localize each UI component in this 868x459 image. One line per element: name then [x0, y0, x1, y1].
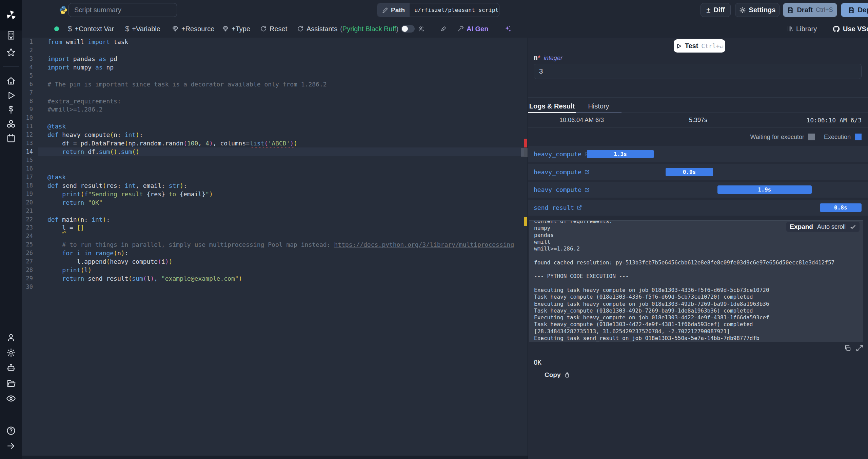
calendar-icon[interactable] — [6, 133, 16, 143]
code-line[interactable]: 2 — [22, 46, 524, 55]
arrow-right-icon[interactable] — [6, 441, 16, 451]
code-line[interactable]: 15 — [22, 156, 524, 164]
draft-button[interactable]: Draft Ctrl+S — [783, 3, 837, 17]
user-icon[interactable] — [6, 333, 16, 342]
code-line[interactable]: 18def send_result(res: int, email: str): — [22, 181, 524, 190]
library-button[interactable]: Library — [787, 20, 817, 38]
code-line[interactable]: 25 # to run things in parallel, simply u… — [22, 240, 524, 249]
code-line[interactable]: 26 for i in range(n): — [22, 249, 524, 257]
eye-icon[interactable] — [6, 394, 16, 403]
code-line[interactable]: 12def heavy_compute(n: int): — [22, 131, 524, 139]
resources-icon[interactable] — [6, 119, 16, 129]
code-text: print(f"Sending result {res} to {email}"… — [47, 190, 213, 198]
task-name: send_result — [534, 204, 574, 211]
duration-bar[interactable]: 1.3s — [587, 150, 653, 158]
line-number: 23 — [22, 223, 33, 232]
code-text: for i in range(n): — [47, 249, 128, 257]
ai-gen-button[interactable]: AI Gen — [457, 20, 488, 38]
task-link[interactable]: send_result — [534, 200, 582, 216]
add-variable-button[interactable]: $ +Variable — [125, 20, 160, 38]
play-icon — [676, 43, 682, 49]
settings-button[interactable]: Settings — [735, 3, 780, 17]
argument-n-input[interactable] — [534, 64, 862, 79]
deploy-button[interactable]: Deploy — [841, 3, 868, 17]
windmill-logo[interactable] — [0, 0, 22, 31]
buildings-icon[interactable] — [6, 31, 16, 40]
refresh-icon — [260, 25, 267, 32]
code-line[interactable]: 5 — [22, 72, 524, 80]
code-line[interactable]: 20 return "OK" — [22, 198, 524, 207]
star-icon[interactable] — [6, 47, 16, 57]
code-line[interactable]: 14 return df.sum().sum() — [22, 147, 524, 156]
code-line[interactable]: 8#extra_requirements: — [22, 97, 524, 105]
code-line[interactable]: 11@task — [22, 122, 524, 131]
task-link[interactable]: heavy_compute — [534, 182, 590, 198]
code-text: print(l) — [47, 266, 92, 274]
reset-button[interactable]: Reset — [260, 20, 287, 38]
clipboard-icon[interactable] — [844, 344, 851, 352]
script-summary-input[interactable] — [68, 3, 177, 17]
code-line[interactable]: 13 df = pd.DataFrame(np.random.randn(100… — [22, 139, 524, 147]
play-icon[interactable] — [6, 91, 16, 100]
scrollbar-thumb[interactable] — [521, 148, 528, 157]
code-editor[interactable]: 1from wmill import task23import pandas a… — [22, 38, 528, 456]
github-icon — [832, 25, 840, 33]
code-text: df = pd.DataFrame(np.random.randn(100, 4… — [47, 139, 297, 147]
robot-icon[interactable] — [6, 363, 16, 373]
code-line[interactable]: 27 l.append(heavy_compute(i)) — [22, 257, 524, 266]
code-line[interactable]: 4import numpy as np — [22, 63, 524, 72]
code-line[interactable]: 23 l = [] — [22, 223, 524, 232]
copy-button[interactable]: Copy — [542, 371, 572, 379]
duration-bar[interactable]: 1.9s — [717, 185, 812, 194]
diff-button[interactable]: ± Diff — [701, 3, 731, 17]
warning-marker — [524, 217, 527, 226]
status-dot — [54, 26, 59, 31]
log-output: content of requirements: numpy pandas wm… — [534, 220, 834, 342]
tab-history[interactable]: History — [576, 101, 622, 113]
code-line[interactable]: 28 print(l) — [22, 266, 524, 274]
code-line[interactable]: 29 return send_result(sum(l), "example@e… — [22, 274, 524, 283]
sparkles-icon[interactable] — [504, 20, 512, 38]
code-text: l.append(heavy_compute(i)) — [47, 257, 173, 266]
test-button[interactable]: Test Ctrl+↵ — [674, 39, 725, 53]
folder-icon[interactable] — [6, 378, 16, 388]
help-icon[interactable] — [6, 426, 16, 436]
use-vscode-button[interactable]: Use VScode — [832, 20, 868, 38]
gear-icon[interactable] — [6, 348, 16, 358]
add-type-button[interactable]: +Type — [222, 20, 250, 38]
users-icon[interactable] — [418, 20, 425, 38]
code-line[interactable]: 21 — [22, 207, 524, 215]
duration-bar[interactable]: 0.8s — [820, 203, 862, 212]
code-line[interactable]: 22def main(n: int): — [22, 215, 524, 224]
brush-icon[interactable] — [440, 20, 447, 38]
add-resource-button[interactable]: +Resource — [172, 20, 214, 38]
dollar-icon[interactable] — [6, 105, 16, 115]
tab-logs-result[interactable]: Logs & Result — [528, 101, 576, 113]
line-number: 11 — [22, 122, 33, 131]
home-icon[interactable] — [6, 76, 16, 86]
code-text: from wmill import task — [47, 38, 128, 46]
code-line[interactable]: 19 print(f"Sending result {res} to {emai… — [22, 190, 524, 198]
add-context-var-button[interactable]: $ +Context Var — [68, 20, 114, 38]
code-line[interactable]: 3import pandas as pd — [22, 55, 524, 63]
log-output-box[interactable]: content of requirements: numpy pandas wm… — [529, 220, 863, 342]
code-line[interactable]: 6# The pin is important since task is a … — [22, 80, 524, 88]
code-line[interactable]: 16 — [22, 164, 524, 173]
log-controls: Expand Auto scroll — [786, 222, 860, 232]
code-line[interactable]: 30 — [22, 283, 524, 291]
task-link[interactable]: heavy_compute — [534, 164, 590, 180]
code-line[interactable]: 17@task — [22, 173, 524, 181]
code-line[interactable]: 24 — [22, 232, 524, 240]
task-link[interactable]: heavy_compute — [534, 146, 590, 162]
path-chip[interactable]: Path u/rfiszel/pleasant_script — [377, 3, 499, 17]
duration-bar[interactable]: 0.9s — [666, 168, 713, 176]
expand-icon[interactable] — [856, 344, 863, 352]
code-line[interactable]: 7 — [22, 88, 524, 97]
toggle-switch[interactable] — [401, 25, 415, 33]
code-line[interactable]: 9#wmill>=1.286.2 — [22, 105, 524, 114]
check-icon[interactable] — [850, 224, 856, 230]
code-line[interactable]: 10 — [22, 114, 524, 122]
expand-button[interactable]: Expand — [790, 223, 813, 231]
code-line[interactable]: 1from wmill import task — [22, 38, 524, 46]
assistants-button[interactable]: Assistants (Pyright Black Ruff) — [297, 20, 398, 38]
